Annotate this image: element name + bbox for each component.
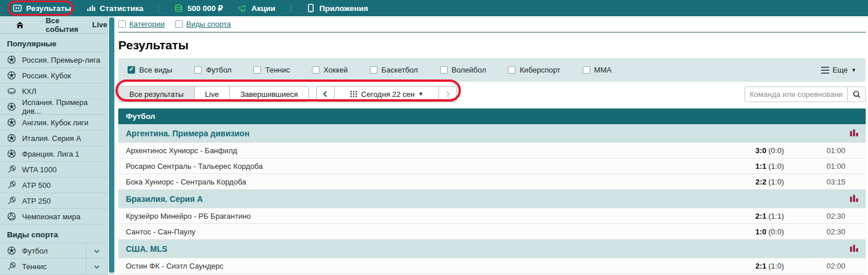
filter-mma[interactable]: MMA bbox=[583, 66, 612, 74]
sports-header: Виды спорта bbox=[0, 225, 107, 243]
filter-basketball[interactable]: Баскетбол bbox=[370, 66, 418, 74]
league-header-brazil[interactable]: Бразилия. Серия А bbox=[118, 190, 866, 208]
sidebar-tabs: Все события Live bbox=[0, 16, 107, 34]
sidebar-tab-all-events[interactable]: Все события bbox=[46, 16, 78, 34]
tab-all-results[interactable]: Все результаты bbox=[118, 86, 195, 102]
filter-label: Футбол bbox=[206, 66, 231, 74]
tab-finished[interactable]: Завершившиеся bbox=[229, 86, 308, 102]
filter-label: Волейбол bbox=[452, 66, 486, 74]
match-score: 1:0 (0:0) bbox=[714, 227, 784, 236]
sidebar-item-russia-cup[interactable]: Россия. Кубок bbox=[0, 68, 107, 84]
bar-chart-icon[interactable] bbox=[849, 129, 859, 138]
search-input[interactable] bbox=[744, 86, 848, 102]
nav-balance[interactable]: 500 000 ₽ bbox=[174, 3, 223, 13]
soccer-icon bbox=[7, 71, 16, 80]
sport-filter-bar: Все виды Футбол Теннис Хоккей Баскетбол … bbox=[118, 58, 866, 82]
sidebar-item-italy-serie-a[interactable]: Италия. Серия А bbox=[0, 131, 107, 146]
sidebar-item-khl[interactable]: КХЛ bbox=[0, 84, 107, 99]
league-title: Аргентина. Примера дивизион bbox=[126, 129, 249, 138]
league-header-usa-mls[interactable]: США. MLS bbox=[118, 240, 866, 258]
sidebar-item-label: Футбол bbox=[22, 247, 48, 255]
sidebar-item-atp-500[interactable]: ATP 500 bbox=[0, 178, 107, 193]
filter-volleyball[interactable]: Волейбол bbox=[440, 66, 486, 74]
categories-link[interactable]: Категории bbox=[129, 20, 165, 28]
sidebar-sport-football[interactable]: Футбол bbox=[0, 243, 107, 259]
match-row[interactable]: Крузейро Минейро - РБ Брагантино 2:1 (1:… bbox=[118, 208, 866, 224]
sidebar-item-atp-250[interactable]: ATP 250 bbox=[0, 193, 107, 209]
results-toolbar: Все результаты Live Завершившиеся Сегодн… bbox=[118, 85, 866, 103]
popular-header: Популярные bbox=[0, 34, 107, 52]
expand-football-button[interactable] bbox=[86, 243, 107, 259]
sidebar-item-wta-1000[interactable]: WTA 1000 bbox=[0, 162, 107, 178]
date-picker-button[interactable]: Сегодня 22 сен ▼ bbox=[334, 86, 439, 102]
categories-checkbox[interactable] bbox=[118, 20, 126, 28]
sidebar-item-label: КХЛ bbox=[22, 87, 37, 96]
league-header-argentina[interactable]: Аргентина. Примера дивизион bbox=[118, 124, 866, 143]
filter-label: Баскетбол bbox=[382, 66, 418, 74]
nav-promotions[interactable]: Акции bbox=[238, 3, 275, 13]
tennis-icon bbox=[7, 262, 16, 271]
sidebar-item-label: ATP 250 bbox=[22, 197, 50, 205]
sidebar-scrollbar-track[interactable] bbox=[108, 16, 115, 275]
nav-apps-label: Приложения bbox=[319, 4, 368, 13]
filter-checkbox[interactable] bbox=[128, 66, 135, 74]
match-time: 01:00 bbox=[784, 146, 845, 155]
sidebar-scrollbar-thumb[interactable] bbox=[109, 17, 114, 273]
match-time: 02:30 bbox=[784, 212, 845, 220]
filter-football[interactable]: Футбол bbox=[194, 66, 231, 74]
filter-checkbox[interactable] bbox=[312, 66, 319, 74]
categories-toggle[interactable]: Категории bbox=[118, 20, 165, 28]
filter-tennis[interactable]: Теннис bbox=[253, 66, 290, 74]
filter-checkbox[interactable] bbox=[440, 66, 448, 74]
match-teams: Крузейро Минейро - РБ Брагантино bbox=[126, 212, 714, 220]
filter-label: Все виды bbox=[139, 66, 172, 74]
megaphone-icon bbox=[238, 3, 247, 13]
filter-all-sports[interactable]: Все виды bbox=[128, 66, 172, 74]
sidebar-item-russia-premier-league[interactable]: Россия. Премьер-лига bbox=[0, 52, 107, 68]
chevron-left-icon bbox=[322, 91, 328, 97]
match-row[interactable]: Остин ФК - Сиэтл Саундерс 2:1 (1:0) 02:0… bbox=[118, 258, 866, 274]
nav-statistics-label: Статистика bbox=[100, 4, 143, 13]
sidebar-item-label: ATP 500 bbox=[22, 181, 50, 190]
nav-apps[interactable]: Приложения bbox=[306, 3, 368, 13]
filter-checkbox[interactable] bbox=[194, 66, 202, 74]
filter-checkbox[interactable] bbox=[253, 66, 261, 74]
filter-checkbox[interactable] bbox=[508, 66, 515, 74]
filter-esports[interactable]: Киберспорт bbox=[508, 66, 560, 74]
sidebar-item-france-ligue-1[interactable]: Франция. Лига 1 bbox=[0, 146, 107, 162]
sidebar-tab-live[interactable]: Live bbox=[92, 20, 107, 29]
filter-hockey[interactable]: Хоккей bbox=[312, 66, 348, 74]
filter-checkbox[interactable] bbox=[583, 66, 590, 74]
sports-toggle[interactable]: Виды спорта bbox=[175, 20, 231, 28]
home-icon[interactable] bbox=[8, 20, 32, 30]
date-label: Сегодня 22 сен bbox=[361, 90, 415, 99]
topbar-divider bbox=[158, 3, 159, 13]
calendar-grid-icon bbox=[350, 90, 358, 98]
sports-checkbox[interactable] bbox=[175, 20, 183, 28]
sports-link[interactable]: Виды спорта bbox=[186, 20, 231, 28]
sidebar-sport-tennis[interactable]: Теннис bbox=[0, 259, 107, 274]
next-day-button[interactable] bbox=[438, 86, 457, 102]
tab-live[interactable]: Live bbox=[194, 86, 230, 102]
nav-results[interactable]: Результаты bbox=[13, 3, 71, 13]
sidebar-item-label: Италия. Серия А bbox=[22, 134, 81, 143]
search-button[interactable] bbox=[848, 86, 866, 102]
bar-chart-icon[interactable] bbox=[849, 244, 859, 253]
filter-checkbox[interactable] bbox=[370, 66, 377, 74]
expand-tennis-button[interactable] bbox=[86, 259, 107, 274]
match-score: 1:1 (1:0) bbox=[714, 162, 784, 171]
nav-statistics[interactable]: Статистика bbox=[86, 3, 143, 13]
match-row[interactable]: Росарио Сентраль - Тальерес Кордоба 1:1 … bbox=[118, 158, 866, 174]
sidebar-item-label: Англия. Кубок лиги bbox=[22, 118, 88, 127]
bar-chart-icon[interactable] bbox=[849, 194, 859, 203]
sidebar-item-world-championship[interactable]: Чемпионат мира bbox=[0, 209, 107, 225]
sidebar-item-england-league-cup[interactable]: Англия. Кубок лиги bbox=[0, 115, 107, 131]
match-row[interactable]: Сантос - Сан-Паулу 1:0 (0:0) 02:30 bbox=[118, 224, 866, 240]
search-box bbox=[744, 86, 866, 102]
match-row[interactable]: Бока Хуниорс - Сентраль Кордоба 2:2 (1:0… bbox=[118, 174, 866, 190]
sidebar-item-spain-primera[interactable]: Испания. Примера див... bbox=[0, 99, 107, 115]
sidebar-item-label: Россия. Премьер-лига bbox=[22, 56, 100, 64]
prev-day-button[interactable] bbox=[316, 86, 335, 102]
more-filters-button[interactable]: Еще ▼ bbox=[821, 65, 856, 75]
match-row[interactable]: Архентинос Хуниорс - Банфилд 3:0 (0:0) 0… bbox=[118, 143, 866, 158]
